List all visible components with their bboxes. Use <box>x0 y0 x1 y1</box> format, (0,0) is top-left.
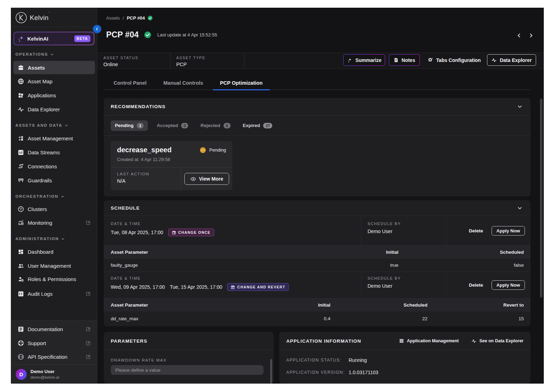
audit-logs-icon <box>18 290 24 297</box>
chevron-right-icon <box>528 33 534 38</box>
section-assets-and-data-label: ASSETS AND DATA <box>15 123 62 127</box>
sidebar-item-applications[interactable]: Applications <box>13 89 95 102</box>
filter-rejected-count: 0 <box>224 123 231 128</box>
main-content: Assets / PCP #04 PCP #04 Last update at … <box>97 8 544 384</box>
cell-scheduled: false <box>398 262 524 268</box>
sidebar-item-api-specification[interactable]: API Specification <box>13 350 95 363</box>
schedule-entry-2: DATE & TIME Wed, 09 Apr 2025, 17:00 Tue,… <box>104 272 530 299</box>
parameters-scrollbar[interactable] <box>270 359 272 384</box>
section-operations[interactable]: OPERATIONS <box>15 52 54 56</box>
sidebar-item-label: Connections <box>28 163 57 169</box>
schedule-by-value: Demo User <box>368 229 446 234</box>
section-assets-and-data[interactable]: ASSETS AND DATA <box>15 123 68 127</box>
change-once-label: CHANGE ONCE <box>178 230 211 234</box>
filter-pending[interactable]: Pending 1 <box>111 120 148 131</box>
application-version-value: 1.0.03171103 <box>349 370 378 375</box>
filter-expired[interactable]: Expired 27 <box>243 123 273 128</box>
delete-button[interactable]: Delete <box>469 228 483 233</box>
main-scrollbar[interactable] <box>540 99 542 298</box>
apps-icon <box>18 92 24 99</box>
breadcrumb-assets[interactable]: Assets <box>106 15 120 21</box>
app-window: Kelvin○ KelvinAI BETA OPERATIONS Assets … <box>11 8 544 384</box>
cell-initial: true <box>328 262 398 268</box>
dashboard-icon <box>18 248 24 255</box>
user-menu[interactable]: D Demo User demo@kelvin.ai <box>11 364 97 384</box>
change-and-revert-label: CHANGE AND REVERT <box>237 285 285 289</box>
recommendations-collapse-button[interactable] <box>516 103 523 111</box>
kelvin-logo-icon <box>15 12 27 23</box>
cell-scheduled: 22 <box>330 316 427 321</box>
delete-button[interactable]: Delete <box>469 282 483 288</box>
briefcase-icon <box>18 64 24 71</box>
sidebar-item-roles-permissions[interactable]: Roles & Permissions <box>13 272 95 286</box>
sidebar-item-monitoring[interactable]: Monitoring <box>13 216 95 229</box>
page-title: PCP #04 <box>106 30 139 40</box>
recommendation-card[interactable]: decrease_speed Pending Created at: 4 Apr… <box>111 141 232 190</box>
section-orchestration[interactable]: ORCHESTRATION <box>15 194 64 198</box>
schedule-collapse-button[interactable] <box>516 204 523 212</box>
prev-asset-button[interactable] <box>515 31 523 39</box>
filter-pending-label: Pending <box>115 123 133 128</box>
sidebar-item-label: Data Explorer <box>28 106 60 112</box>
sidebar-item-connections[interactable]: Connections <box>13 160 95 173</box>
schedule-panel: SCHEDULE DATE & TIME Tue, 08 Apr 2025, 1… <box>104 200 530 326</box>
sidebar-item-kelvinai[interactable]: KelvinAI BETA <box>14 32 94 45</box>
apply-now-button[interactable]: Apply Now <box>492 226 525 236</box>
sidebar-item-clusters[interactable]: Clusters <box>13 202 95 216</box>
tab-pcp-optimization[interactable]: PCP Optimization <box>213 80 270 90</box>
schedule-by-label: SCHEDULE BY <box>368 276 446 280</box>
sidebar-item-documentation[interactable]: Documentation <box>13 322 95 336</box>
sidebar-item-label: User Management <box>28 263 71 269</box>
eye-icon <box>190 176 196 182</box>
sidebar-divider <box>11 27 97 27</box>
tabs-configuration-button[interactable]: Tabs Configuration <box>426 54 482 66</box>
user-email: demo@kelvin.ai <box>30 375 59 379</box>
cell-param: dd_rate_max <box>111 316 260 321</box>
sidebar-item-audit-logs[interactable]: Audit Logs <box>13 287 95 300</box>
filter-rejected[interactable]: Rejected 0 <box>200 123 230 128</box>
apply-now-button[interactable]: Apply Now <box>492 280 525 290</box>
route-icon <box>18 163 24 170</box>
tabs-configuration-label: Tabs Configuration <box>436 57 481 63</box>
chevron-down-icon <box>61 195 64 198</box>
sidebar-item-dashboard[interactable]: Dashboard <box>13 245 95 258</box>
sidebar-item-data-explorer[interactable]: Data Explorer <box>13 103 95 116</box>
next-asset-button[interactable] <box>527 31 535 39</box>
sidebar-item-label: Monitoring <box>28 220 82 226</box>
user-name: Demo User <box>30 369 59 374</box>
section-administration[interactable]: ADMINISTRATION <box>15 237 65 241</box>
recommendation-status-badge: Pending <box>199 147 226 154</box>
globe-icon <box>18 78 24 85</box>
sidebar-item-data-streams[interactable]: Data Streams <box>13 146 95 159</box>
sidebar-item-assets[interactable]: Assets <box>13 61 95 74</box>
sidebar-item-label: Guardrails <box>28 177 52 183</box>
tab-control-panel[interactable]: Control Panel <box>106 80 154 90</box>
summarize-button[interactable]: Summarize <box>343 54 385 66</box>
sidebar-item-guardrails[interactable]: Guardrails <box>13 174 95 187</box>
section-operations-label: OPERATIONS <box>15 52 48 56</box>
sidebar-item-asset-management[interactable]: Asset Management <box>13 132 95 145</box>
external-link-icon <box>85 327 91 332</box>
data-explorer-button[interactable]: Data Explorer <box>487 54 536 66</box>
date-time-revert-value: Tue, 15 Apr 2025, 17:00 <box>170 284 222 290</box>
filter-accepted[interactable]: Accepted 0 <box>157 123 188 128</box>
filter-expired-label: Expired <box>243 123 260 128</box>
see-on-data-explorer-button[interactable]: See on Data Explorer <box>471 338 523 344</box>
kelvin-logo[interactable]: Kelvin○ <box>15 12 50 23</box>
application-info-panel: APPLICATION INFORMATION Application Mana… <box>279 332 530 384</box>
sidebar-item-support[interactable]: Support <box>13 336 95 350</box>
data-explorer-label: Data Explorer <box>500 57 532 63</box>
sidebar-item-asset-map[interactable]: Asset Map <box>13 75 95 88</box>
chevron-down-icon <box>50 52 54 56</box>
application-status-label: APPLICATION STATUS: <box>286 358 349 363</box>
sidebar-collapse-button[interactable] <box>93 25 101 33</box>
sidebar-item-user-management[interactable]: User Management <box>13 259 95 272</box>
notes-button[interactable]: Notes <box>389 54 420 66</box>
view-more-button[interactable]: View More <box>184 173 229 185</box>
waveform-icon <box>491 57 497 63</box>
tab-bar: Control Panel Manual Controls PCP Optimi… <box>104 77 530 90</box>
tab-manual-controls[interactable]: Manual Controls <box>156 80 211 90</box>
parameter-value-input[interactable] <box>111 365 263 375</box>
col-asset-parameter: Asset Parameter <box>111 250 328 255</box>
application-management-button[interactable]: Application Management <box>399 338 459 343</box>
